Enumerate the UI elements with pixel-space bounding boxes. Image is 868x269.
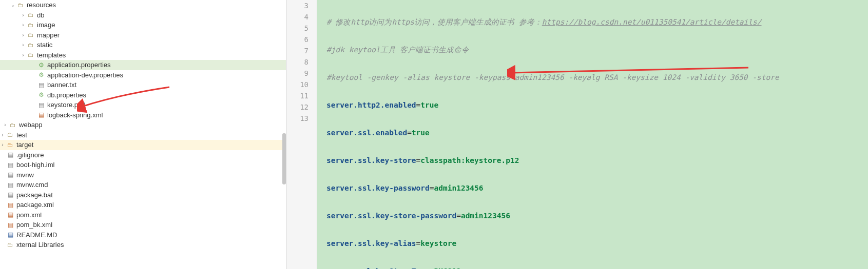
tree-row[interactable]: ▤package.xml (0, 200, 286, 210)
tree-item-label: README.MD (16, 231, 57, 239)
line-number: 10 (286, 79, 317, 90)
tree-row[interactable]: 🗀test (0, 130, 286, 140)
code-line: server.ssl.keyStoreType=PKCS12 (326, 265, 868, 269)
tree-item-label: test (16, 131, 27, 139)
code-line: # 修改http访问为https访问，使用客户端生成的证书 参考：https:/… (326, 16, 868, 28)
tree-row[interactable]: 🗀templates (0, 50, 286, 60)
txt-icon: ▤ (37, 81, 45, 89)
tree-row[interactable]: 🗀target (0, 140, 286, 150)
prop-icon: ⚙ (37, 71, 45, 79)
file-icon: ▤ (6, 171, 14, 179)
tree-row[interactable]: 🗀webapp (0, 120, 286, 130)
tree-row[interactable]: ▤pom_bk.xml (0, 220, 286, 230)
folder-icon: 🗀 (27, 41, 35, 49)
tree-item-label: xternal Libraries (16, 241, 64, 249)
tree-item-label: target (16, 141, 33, 149)
line-number: 4 (286, 11, 317, 23)
tree-row[interactable]: ▤boot-high.iml (0, 160, 286, 170)
tree-item-label: db.properties (47, 91, 86, 99)
tree-row[interactable]: ▤mvnw.cmd (0, 180, 286, 190)
code-line: server.http2.enabled=true (326, 99, 868, 111)
tree-expand-arrow[interactable] (21, 12, 26, 18)
tree-expand-arrow[interactable] (0, 132, 5, 138)
tree-row[interactable]: ▤pom.xml (0, 210, 286, 220)
line-number: 8 (286, 56, 317, 68)
tree-scrollbar[interactable] (282, 133, 286, 184)
folder-icon: 🗀 (6, 131, 14, 139)
tree-expand-arrow[interactable] (21, 52, 26, 58)
tree-row[interactable]: 🗀db (0, 10, 286, 20)
editor-gutter: 3 4 5 6 7 8 9 10 11 12 13 (286, 0, 317, 269)
tree-item-label: db (37, 11, 44, 19)
folder-icon: 🗀 (27, 21, 35, 29)
code-line: #jdk keytool工具 客户端证书生成命令 (326, 44, 868, 55)
tree-expand-arrow[interactable] (0, 142, 5, 148)
target-icon: 🗀 (6, 141, 14, 149)
xml-icon: ▤ (6, 201, 14, 209)
tree-row[interactable]: 🗀image (0, 20, 286, 30)
tree-row[interactable]: ⚙application.properties (0, 60, 286, 70)
code-line: server.ssl.enabled=true (326, 127, 868, 138)
folder-icon: 🗀 (27, 31, 35, 39)
tree-item-label: webapp (19, 121, 43, 129)
tree-item-label: mvnw.cmd (16, 181, 48, 189)
md-icon: ▤ (6, 231, 14, 239)
tree-expand-arrow[interactable] (3, 122, 8, 128)
line-number: 3 (286, 0, 317, 11)
editor-content[interactable]: # 修改http访问为https访问，使用客户端生成的证书 参考：https:/… (317, 0, 868, 269)
line-number: 13 (286, 113, 317, 124)
code-line: server.ssl.key-alias=keystore (326, 238, 868, 249)
line-number: 11 (286, 90, 317, 101)
tree-item-label: package.xml (16, 201, 54, 209)
tree-item-label: pom_bk.xml (16, 221, 52, 229)
tree-row[interactable]: ▤banner.txt (0, 80, 286, 90)
tree-row[interactable]: ▤keystore.p12 (0, 100, 286, 110)
tree-item-label: resources (27, 1, 56, 9)
tree-item-label: mvnw (16, 171, 34, 179)
tree-item-label: image (37, 21, 55, 29)
tree-row[interactable]: ▤logback-spring.xml (0, 110, 286, 120)
tree-item-label: banner.txt (47, 81, 76, 89)
xml-icon: ▤ (6, 221, 14, 229)
tree-item-label: package.bat (16, 191, 53, 199)
tree-item-label: keystore.p12 (47, 101, 85, 109)
tree-item-label: .gitignore (16, 151, 44, 159)
prop-icon: ⚙ (37, 61, 45, 69)
project-tree[interactable]: 🗀resources🗀db🗀image🗀mapper🗀static🗀templa… (0, 0, 286, 269)
file-icon: ▤ (37, 101, 45, 109)
tree-row[interactable]: ▤package.bat (0, 190, 286, 200)
tree-row[interactable]: 🗀static (0, 40, 286, 50)
tree-row[interactable]: 🗀mapper (0, 30, 286, 40)
tree-item-label: pom.xml (16, 211, 42, 219)
xml-icon: ▤ (6, 211, 14, 219)
line-number: 6 (286, 34, 317, 45)
code-line: #keytool -genkey -alias keystore -keypas… (326, 72, 868, 83)
tree-row[interactable]: ⚙db.properties (0, 90, 286, 100)
file-icon: ▤ (6, 161, 14, 169)
line-number: 7 (286, 45, 317, 56)
tree-row[interactable]: ▤README.MD (0, 230, 286, 240)
folder-icon: 🗀 (27, 11, 35, 19)
code-editor[interactable]: 3 4 5 6 7 8 9 10 11 12 13 # 修改http访问为htt… (286, 0, 868, 269)
tree-item-label: logback-spring.xml (47, 111, 103, 119)
tree-expand-arrow[interactable] (21, 32, 26, 38)
file-icon: ▤ (6, 181, 14, 189)
code-line: server.ssl.key-password=admin123456 (326, 182, 868, 194)
prop-icon: ⚙ (37, 91, 45, 99)
folder-icon: 🗀 (16, 1, 25, 9)
file-icon: ▤ (6, 191, 14, 199)
line-number: 5 (286, 23, 317, 34)
tree-row[interactable]: ⚙application-dev.properties (0, 70, 286, 80)
tree-row[interactable]: 🗀xternal Libraries (0, 240, 286, 250)
line-number: 9 (286, 68, 317, 79)
tree-item-label: application-dev.properties (47, 71, 123, 79)
tree-row[interactable]: ▤mvnw (0, 170, 286, 180)
tree-item-label: static (37, 41, 52, 49)
tree-expand-arrow[interactable] (21, 22, 26, 28)
folder-icon: 🗀 (27, 51, 35, 59)
code-line: server.ssl.key-store=classpath:keystore.… (326, 155, 868, 166)
tree-row[interactable]: 🗀resources (0, 0, 286, 10)
tree-row[interactable]: ▤.gitignore (0, 150, 286, 160)
tree-expand-arrow[interactable] (10, 2, 15, 8)
tree-expand-arrow[interactable] (21, 42, 26, 48)
